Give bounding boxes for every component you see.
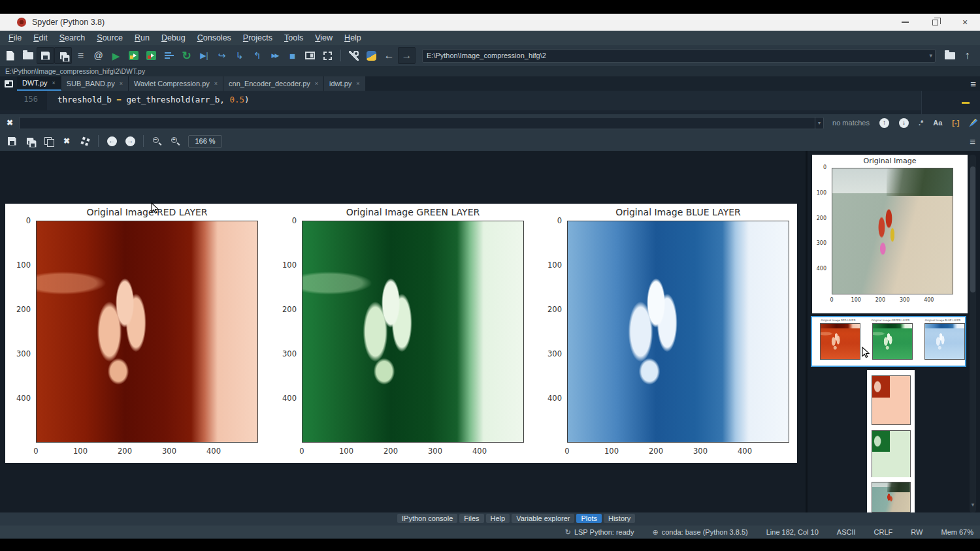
find-next-button[interactable]: ↓ bbox=[899, 118, 909, 128]
run-button[interactable]: ▶ bbox=[107, 47, 125, 64]
menu-help[interactable]: Help bbox=[338, 32, 367, 44]
tab-close-icon[interactable]: × bbox=[214, 80, 218, 87]
continue-icon: ▶| bbox=[200, 52, 208, 59]
thumbnail-reconstructed[interactable] bbox=[867, 477, 915, 512]
code-line[interactable]: threshold_b = get_threshold(arr_b, 0.5) bbox=[47, 91, 921, 110]
run-cell-advance-button[interactable] bbox=[142, 47, 160, 64]
menu-source[interactable]: Source bbox=[91, 32, 129, 44]
next-plot-button[interactable]: → bbox=[121, 133, 139, 149]
y-tick-label: 0 bbox=[823, 165, 826, 170]
browse-folder-icon bbox=[945, 52, 955, 59]
plots-options-menu-icon[interactable]: ≡ bbox=[970, 136, 975, 147]
y-tick-label: 400 bbox=[16, 394, 31, 403]
tab-variable-explorer[interactable]: Variable explorer bbox=[512, 514, 574, 523]
step-return-button[interactable]: ↰ bbox=[248, 47, 266, 64]
step-over-button[interactable]: ↪ bbox=[213, 47, 231, 64]
preferences-button[interactable] bbox=[345, 47, 363, 64]
save-plot-button[interactable] bbox=[3, 133, 21, 149]
back-button[interactable]: ← bbox=[380, 47, 398, 64]
tab-close-icon[interactable]: × bbox=[315, 80, 318, 87]
stop-button[interactable]: ■ bbox=[284, 47, 301, 64]
symbol-finder-button[interactable]: @ bbox=[90, 47, 107, 64]
tab-options-menu-icon[interactable]: ≡ bbox=[970, 78, 976, 89]
tab-close-icon[interactable]: × bbox=[356, 80, 359, 87]
tab-history[interactable]: History bbox=[604, 514, 635, 523]
browse-directory-button[interactable] bbox=[941, 47, 958, 64]
whole-words-toggle[interactable]: [-] bbox=[952, 119, 959, 127]
search-input[interactable] bbox=[19, 117, 824, 129]
menu-search[interactable]: Search bbox=[54, 32, 91, 44]
find-close-icon[interactable]: ✖ bbox=[7, 118, 13, 127]
pythonpath-button[interactable] bbox=[363, 47, 380, 64]
menu-projects[interactable]: Projects bbox=[237, 32, 278, 44]
x-tick-label: 200 bbox=[118, 447, 132, 456]
scrollbar-thumb[interactable] bbox=[970, 166, 975, 292]
debug-continue-button[interactable]: ▶| bbox=[195, 47, 213, 64]
tab-close-icon[interactable]: × bbox=[120, 80, 123, 87]
x-tick-label: 100 bbox=[73, 447, 88, 456]
tab-close-icon[interactable]: × bbox=[52, 80, 56, 86]
save-all-plots-button[interactable] bbox=[21, 133, 39, 149]
browse-tabs-button[interactable] bbox=[0, 76, 17, 91]
tab-label: cnn_Encoder_decoder.py bbox=[229, 80, 310, 87]
open-file-button[interactable] bbox=[19, 47, 37, 64]
remove-all-plots-button[interactable] bbox=[76, 133, 94, 149]
tab-wavlet-compression[interactable]: Wavlet Compression.py × bbox=[129, 76, 223, 91]
fullscreen-button[interactable] bbox=[319, 47, 336, 64]
menu-edit[interactable]: Edit bbox=[27, 32, 54, 44]
tab-help[interactable]: Help bbox=[486, 514, 510, 523]
rerun-cell-button[interactable]: ↻ bbox=[178, 47, 195, 64]
run-cell-button[interactable] bbox=[125, 47, 142, 64]
x-tick-label: 100 bbox=[851, 297, 861, 303]
thumbnail-rgb-layers-selected[interactable]: Original Image RED LAYER Original Image … bbox=[811, 316, 966, 367]
working-directory-field[interactable]: E:\Python\Image_compression_hifg\2 ▾ bbox=[422, 49, 936, 63]
step-into-button[interactable]: ↳ bbox=[231, 47, 248, 64]
file-switcher-button[interactable]: ≡ bbox=[72, 47, 90, 64]
highlight-matches-icon[interactable] bbox=[969, 119, 977, 127]
run-selection-button[interactable] bbox=[160, 47, 178, 64]
tab-plots[interactable]: Plots bbox=[576, 514, 601, 523]
sidebar-scrollbar[interactable] bbox=[970, 155, 976, 512]
search-history-caret-icon[interactable]: ▾ bbox=[815, 117, 823, 129]
scroll-flag-area[interactable] bbox=[922, 91, 980, 114]
conda-status[interactable]: ⊕ conda: base (Python 3.8.5) bbox=[652, 528, 747, 537]
zoom-level-field[interactable]: 166 % bbox=[188, 135, 222, 148]
run-icon: ▶ bbox=[112, 51, 120, 61]
case-sensitive-toggle[interactable]: Aa bbox=[933, 119, 942, 127]
mini-title-blue: Original Image BLUE LAYER bbox=[922, 319, 964, 322]
restore-button[interactable] bbox=[920, 14, 950, 31]
tab-ipython-console[interactable]: IPython console bbox=[397, 514, 457, 523]
chevron-down-icon[interactable]: ▾ bbox=[929, 52, 932, 59]
remove-plot-button[interactable]: ✖ bbox=[57, 133, 76, 149]
close-button[interactable]: × bbox=[950, 14, 980, 31]
minimize-button[interactable] bbox=[890, 14, 920, 31]
tab-sub-band[interactable]: SUB_BAND.py × bbox=[61, 76, 129, 91]
copy-plot-button[interactable] bbox=[39, 133, 57, 149]
tab-dwt[interactable]: DWT.py × bbox=[17, 76, 61, 91]
menu-run[interactable]: Run bbox=[129, 32, 155, 44]
forward-button[interactable]: → bbox=[398, 47, 416, 64]
zoom-out-button[interactable]: − bbox=[148, 133, 166, 149]
tab-cnn-encoder-decoder[interactable]: cnn_Encoder_decoder.py × bbox=[223, 76, 324, 91]
debug-fastforward-button[interactable]: ▶▶ bbox=[266, 47, 284, 64]
code-editor[interactable]: 156 threshold_b = get_threshold(arr_b, 0… bbox=[0, 91, 980, 114]
menu-consoles[interactable]: Consoles bbox=[191, 32, 237, 44]
save-button[interactable] bbox=[37, 47, 54, 64]
figure-canvas[interactable]: Original Image RED LAYER 0100200300400 0… bbox=[5, 204, 797, 463]
thumbnail-original-image[interactable]: Original Image 0100200300400 01002003004… bbox=[812, 155, 968, 313]
parent-directory-button[interactable]: ↑ bbox=[958, 47, 976, 64]
menu-view[interactable]: View bbox=[309, 32, 338, 44]
previous-plot-button[interactable]: ← bbox=[103, 133, 121, 149]
maximize-pane-button[interactable] bbox=[301, 47, 319, 64]
new-file-button[interactable] bbox=[1, 47, 19, 64]
zoom-in-button[interactable]: + bbox=[166, 133, 184, 149]
menu-debug[interactable]: Debug bbox=[155, 32, 191, 44]
scrollbar-down-icon[interactable]: ▾ bbox=[970, 501, 976, 508]
save-all-button[interactable] bbox=[54, 47, 72, 64]
menu-tools[interactable]: Tools bbox=[278, 32, 309, 44]
menu-file[interactable]: File bbox=[3, 32, 27, 44]
tab-idwt[interactable]: idwt.py × bbox=[324, 76, 366, 91]
find-previous-button[interactable]: ↑ bbox=[879, 118, 889, 128]
tab-files[interactable]: Files bbox=[459, 514, 483, 523]
regex-toggle[interactable]: .* bbox=[919, 119, 923, 127]
